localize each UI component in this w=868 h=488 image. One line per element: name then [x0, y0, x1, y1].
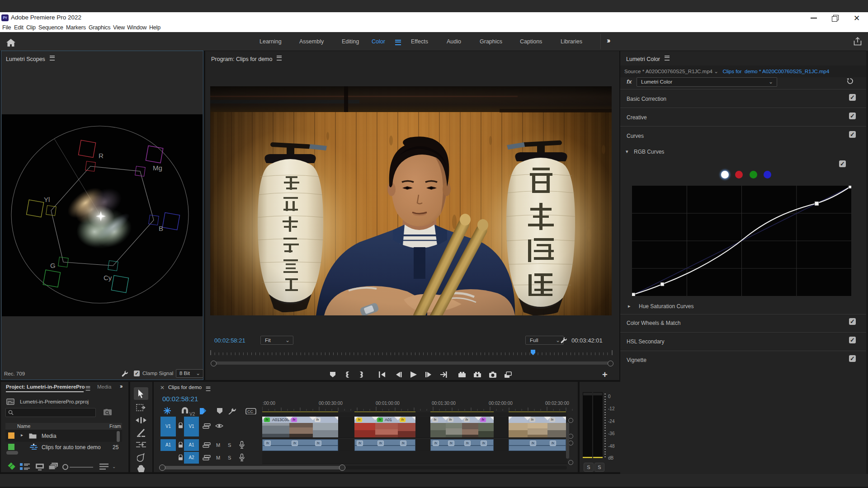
svg-text:R: R: [99, 152, 104, 160]
svg-text:Cy: Cy: [104, 274, 112, 282]
svg-text:CC: CC: [247, 409, 253, 414]
svg-text:Yl: Yl: [44, 196, 50, 203]
svg-text:G: G: [50, 262, 56, 269]
svg-text:B: B: [159, 225, 163, 232]
svg-text:Mg: Mg: [153, 164, 162, 172]
